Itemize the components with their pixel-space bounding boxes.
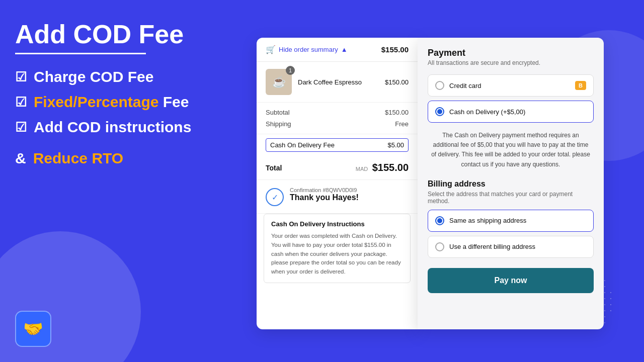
main-title: Add COD Fee [15,20,226,49]
hide-order-label: Hide order summary [279,46,338,53]
left-panel: Add COD Fee ☑ Charge COD Fee ☑ Fixed/Per… [15,20,226,167]
check-icon-fixed: ☑ [15,95,27,110]
product-emoji: ☕ [272,75,286,88]
check-circle-icon: ✓ [266,188,284,206]
product-price: $150.00 [385,78,409,86]
app-icon: 🤝 [15,311,51,347]
reduce-prefix: & [15,150,26,167]
order-card: 🛒 Hide order summary ▲ $155.00 ☕ 1 Dark … [257,38,418,329]
product-row: ☕ 1 Dark Coffee Espresso $150.00 [257,62,418,103]
payment-subtitle: All transactions are secure and encrypte… [428,59,594,66]
billing-title: Billing address [428,179,594,189]
fixed-after: Fee [158,94,189,110]
total-currency: MAD [356,166,368,172]
feature-fixed: ☑ Fixed/Percentage Fee [15,94,226,111]
feature-charge: ☑ Charge COD Fee [15,68,226,85]
same-shipping-label: Same as shipping address [449,217,526,224]
credit-card-label: Credit card [449,82,570,89]
brand-badge: B [575,81,586,90]
app-icon-emoji: 🤝 [23,319,43,338]
billing-option-same[interactable]: Same as shipping address [428,210,594,232]
shipping-value: Free [395,120,409,128]
cod-instructions-title: Cash On Delivery Instructions [271,220,403,228]
billing-option-different[interactable]: Use a different billing address [428,236,594,258]
different-billing-label: Use a different billing address [449,243,535,250]
title-underline [15,53,146,54]
total-amount: $155.00 [372,162,409,173]
radio-different-billing [435,242,444,251]
order-header: 🛒 Hide order summary ▲ $155.00 [257,38,418,62]
payment-methods: Credit card B Cash on Delivery (+$5,00) … [428,74,594,171]
total-amount-wrap: MAD $155.00 [356,162,409,173]
feature-charge-label: Charge COD Fee [34,68,153,85]
cod-fee-line: Cash On Delivery Fee $5.00 [266,138,409,152]
summary-lines: Subtotal $150.00 Shipping Free [257,103,418,134]
total-label: Total [266,164,282,172]
cod-instructions-box: Cash On Delivery Instructions Your order… [264,214,411,283]
payment-title: Payment [428,48,594,58]
subtotal-value: $150.00 [385,109,409,116]
feature-fixed-label: Fixed/Percentage Fee [34,94,189,111]
cod-description: The Cash on Delivery payment method requ… [428,127,594,171]
check-icon-instructions: ☑ [15,120,27,135]
radio-same-shipping [435,216,444,225]
cod-fee-value: $5.00 [387,141,404,149]
cart-icon: 🛒 [266,45,276,54]
cod-label: Cash on Delivery (+$5,00) [449,108,586,116]
billing-options: Same as shipping address Use a different… [428,210,594,258]
billing-subtitle: Select the address that matches your car… [428,191,594,205]
payment-option-credit-card[interactable]: Credit card B [428,74,594,97]
cod-instructions-body: Your order was completed with Cash on De… [271,232,403,277]
pay-now-button[interactable]: Pay now [428,268,594,293]
confirmation-section: ✓ Confirmation #8QWV0D0I9 Thank you Haye… [257,180,418,214]
feature-reduce-rto: & Reduce RTO [15,150,226,167]
product-badge: 1 [286,66,295,75]
shipping-label: Shipping [266,120,291,128]
confirmation-number: Confirmation #8QWV0D0I9 [290,187,359,193]
chevron-up-icon: ▲ [341,46,348,53]
payment-header: Payment All transactions are secure and … [428,48,594,66]
radio-credit-card [435,81,444,90]
order-total-header: $155.00 [381,45,409,54]
fixed-highlight: Fixed/Percentage [34,94,158,110]
subtotal-label: Subtotal [266,109,290,116]
cards-wrapper: 🛒 Hide order summary ▲ $155.00 ☕ 1 Dark … [257,38,604,329]
order-toggle[interactable]: 🛒 Hide order summary ▲ [266,45,348,54]
shipping-line: Shipping Free [266,120,409,128]
product-img-wrap: ☕ 1 [266,69,292,95]
radio-cod-dot [437,109,442,114]
check-icon-charge: ☑ [15,69,27,85]
total-line: Total MAD $155.00 [257,156,418,180]
subtotal-line: Subtotal $150.00 [266,109,409,116]
billing-section: Billing address Select the address that … [428,179,594,258]
radio-same-dot [437,218,442,223]
feature-list: ☑ Charge COD Fee ☑ Fixed/Percentage Fee … [15,68,226,167]
payment-card: Payment All transactions are secure and … [418,38,604,329]
product-name: Dark Coffee Espresso [298,78,379,86]
confirmation-text-wrap: Confirmation #8QWV0D0I9 Thank you Hayes! [290,187,359,202]
cod-fee-label: Cash On Delivery Fee [270,141,335,149]
confirmation-thanks: Thank you Hayes! [290,193,359,202]
payment-option-cod[interactable]: Cash on Delivery (+$5,00) [428,101,594,123]
reduce-highlight: Reduce RTO [33,150,124,167]
feature-instructions-label: Add COD instructions [34,119,191,136]
feature-instructions: ☑ Add COD instructions [15,119,226,136]
radio-cod [435,107,444,116]
